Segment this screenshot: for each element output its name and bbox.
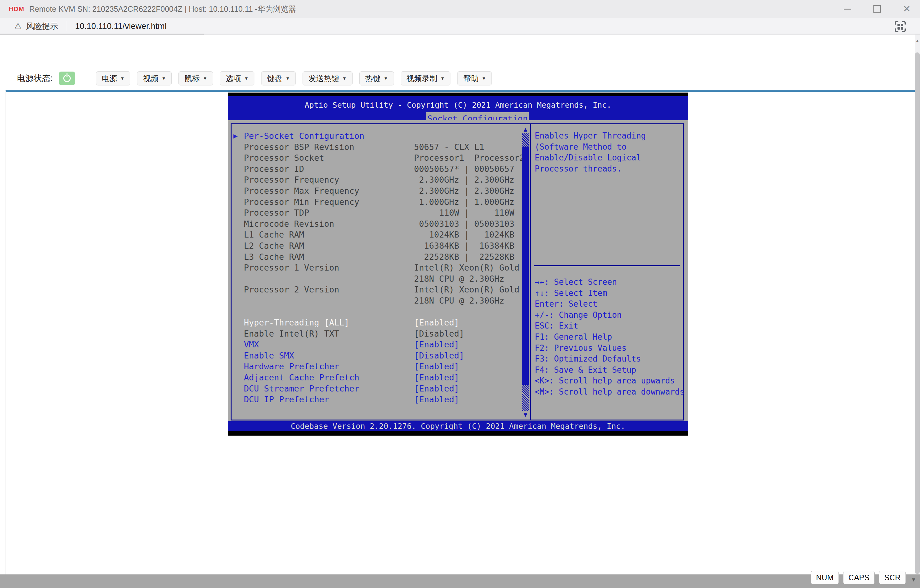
page-scrollbar[interactable]: ▲ ▼: [915, 34, 920, 588]
menu-label: 帮助: [463, 73, 478, 84]
hotkey-line: F3: Optimized Defaults: [535, 354, 682, 365]
help-text-line: Enable/Disable Logical: [535, 152, 681, 163]
bios-item-smx[interactable]: Enable SMX[Disabled]: [233, 350, 530, 361]
scrollbar-bottom-arrow-icon[interactable]: ▼: [911, 577, 916, 583]
menu-label: 热键: [365, 73, 381, 84]
bios-item-label: Processor ID: [244, 163, 414, 174]
bios-item-value: 1024KB | 1024KB: [414, 229, 514, 240]
bios-row: Processor SocketProcessor1 Processor2: [233, 152, 530, 163]
bios-scrollbar[interactable]: ▲ ▼: [522, 126, 529, 418]
bios-item-per-socket-configuration[interactable]: ▶ Per-Socket Configuration: [233, 131, 530, 142]
hotkey-line: Enter: Select: [535, 299, 682, 310]
num-lock-key[interactable]: NUM: [811, 571, 839, 584]
warning-icon: ⚠: [14, 21, 22, 31]
bios-item-label: Processor 1 Version: [244, 262, 414, 273]
help-text-line: Processor threads.: [535, 163, 681, 174]
menu-video-record[interactable]: 视频录制▼: [401, 71, 451, 86]
menu-keyboard[interactable]: 键盘▼: [261, 71, 296, 86]
hdm-logo: HDM: [9, 5, 24, 13]
bios-item-hyper-threading[interactable]: Hyper-Threading [ALL][Enabled]: [233, 317, 530, 328]
bios-row: Processor Frequency 2.300GHz | 2.300GHz: [233, 174, 530, 186]
menu-label: 电源: [102, 73, 117, 84]
bios-main-panel: ▶ Per-Socket Configuration Processor BSP…: [232, 124, 531, 420]
chevron-down-icon: ▼: [162, 76, 166, 81]
bios-item-label: Processor TDP: [244, 207, 414, 218]
bios-row: Microcode Revision 05003103 | 05003103: [233, 218, 530, 229]
bios-row: Processor 1 VersionIntel(R) Xeon(R) Gold…: [233, 262, 530, 284]
hotkey-line: ↑↓: Select Item: [535, 288, 682, 299]
bios-item-label: Processor Max Frequency: [244, 186, 414, 197]
close-button[interactable]: ✕: [902, 4, 912, 14]
bios-row: Processor ID00050657* | 00050657: [233, 163, 530, 174]
bios-scrollbar-thumb[interactable]: [522, 147, 529, 385]
maximize-icon: [873, 5, 881, 13]
menu-power[interactable]: 电源▼: [96, 71, 131, 86]
maximize-button[interactable]: [872, 4, 882, 14]
hotkey-line: +/-: Change Option: [535, 310, 682, 321]
hotkey-line: <M>: Scroll help area downwards: [535, 386, 682, 397]
menu-hotkey[interactable]: 热键▼: [360, 71, 394, 86]
chevron-down-icon: ▼: [244, 76, 248, 81]
bios-item-value: Intel(R) Xeon(R) Gold 5 218N CPU @ 2.30G…: [414, 284, 530, 306]
bios-item-value: 2.300GHz | 2.300GHz: [414, 186, 514, 197]
bios-item-adjacent-cache-prefetch[interactable]: Adjacent Cache Prefetch[Enabled]: [233, 372, 530, 383]
scroll-down-icon[interactable]: ▼: [522, 411, 529, 418]
menu-label: 选项: [226, 73, 241, 84]
menu-label: 发送热键: [308, 73, 339, 84]
bios-item-label: Processor Min Frequency: [244, 197, 414, 208]
chevron-down-icon: ▼: [203, 76, 207, 81]
bios-item-label: Per-Socket Configuration: [244, 131, 414, 142]
bios-item-label: Enable Intel(R) TXT: [244, 328, 414, 339]
bios-item-value: 00050657* | 00050657: [414, 163, 514, 174]
menu-send-hotkey[interactable]: 发送热键▼: [303, 71, 353, 86]
bios-item-label: Processor BSP Revision: [244, 142, 414, 153]
scroll-up-icon[interactable]: ▲: [522, 126, 529, 133]
bios-item-value: [Enabled]: [414, 394, 459, 405]
hotkey-line: →←: Select Screen: [535, 277, 682, 288]
menu-mouse[interactable]: 鼠标▼: [178, 71, 213, 86]
chevron-down-icon: ▼: [285, 76, 290, 81]
bios-item-hardware-prefetcher[interactable]: Hardware Prefetcher[Enabled]: [233, 361, 530, 372]
caps-lock-key[interactable]: CAPS: [843, 571, 875, 584]
bios-row: Processor 2 VersionIntel(R) Xeon(R) Gold…: [233, 284, 530, 306]
menu-label: 视频: [143, 73, 159, 84]
power-status-button[interactable]: [59, 71, 75, 85]
help-divider: [534, 265, 680, 266]
bios-header: Aptio Setup Utility - Copyright (C) 2021…: [228, 96, 688, 120]
bios-row: L3 Cache RAM 22528KB | 22528KB: [233, 251, 530, 263]
right-arrow-icon: ▶: [233, 131, 244, 142]
bios-item-value: 05003103 | 05003103: [414, 218, 514, 229]
menu-options[interactable]: 选项▼: [220, 71, 254, 86]
bios-item-dcu-streamer-prefetcher[interactable]: DCU Streamer Prefetcher[Enabled]: [233, 383, 530, 394]
menu-help[interactable]: 帮助▼: [457, 71, 492, 86]
chevron-down-icon: ▼: [342, 76, 347, 81]
bios-item-value: [Enabled]: [414, 383, 459, 394]
scrollbar-thumb[interactable]: [915, 52, 920, 574]
bios-title: Aptio Setup Utility - Copyright (C) 2021…: [228, 96, 688, 110]
risk-warning-label[interactable]: 风险提示: [26, 21, 58, 32]
bios-bottom-strip: [228, 431, 688, 436]
bios-item-value: [Enabled]: [414, 372, 459, 383]
bios-item-label: Processor Socket: [244, 152, 414, 163]
scrollbar-up-icon[interactable]: ▲: [915, 35, 920, 46]
bios-item-label: Hyper-Threading [ALL]: [244, 317, 414, 328]
bios-footer: Codebase Version 2.20.1276. Copyright (C…: [228, 421, 688, 431]
address-bar[interactable]: ⚠ 风险提示 10.10.110.11/viewer.html: [0, 18, 920, 34]
scroll-lock-key[interactable]: SCR: [879, 571, 906, 584]
bios-item-label: Enable SMX: [244, 350, 414, 361]
chevron-down-icon: ▼: [384, 76, 388, 81]
power-status-label: 电源状态:: [17, 73, 53, 84]
bios-row: L1 Cache RAM 1024KB | 1024KB: [233, 229, 530, 240]
bios-item-label: DCU IP Prefetcher: [244, 394, 414, 405]
hotkey-line: F4: Save & Exit Setup: [535, 365, 682, 376]
bios-item-dcu-ip-prefetcher[interactable]: DCU IP Prefetcher[Enabled]: [233, 394, 530, 405]
hotkey-line: ESC: Exit: [535, 320, 682, 332]
url-text[interactable]: 10.10.110.11/viewer.html: [75, 22, 167, 31]
menu-video[interactable]: 视频▼: [137, 71, 172, 86]
minimize-button[interactable]: [842, 4, 853, 14]
kvm-header: 停止KVM Host: 10.10.110.11 SN: 210235A2CR6…: [0, 34, 915, 66]
bios-item-value: [Disabled]: [414, 350, 464, 361]
scan-qr-icon[interactable]: [894, 20, 906, 33]
hotkey-line: F1: General Help: [535, 332, 682, 343]
bios-item-vmx[interactable]: VMX[Enabled]: [233, 339, 530, 350]
